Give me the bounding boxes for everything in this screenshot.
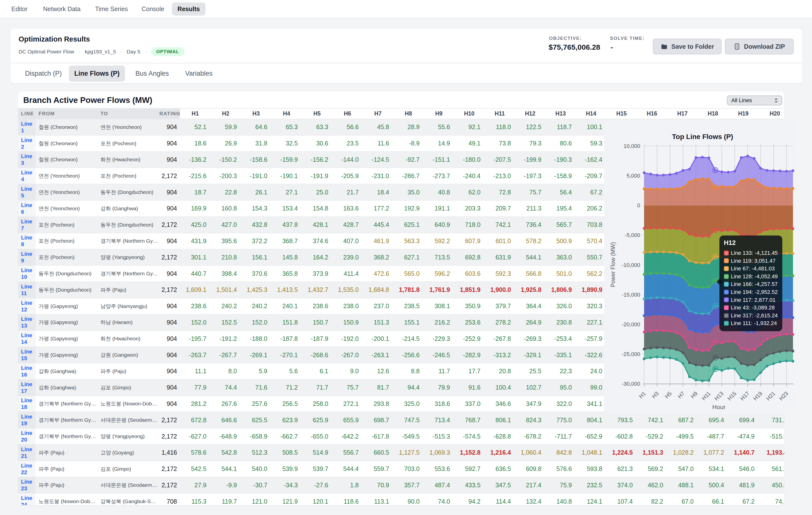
svg-text:H3: H3 xyxy=(650,390,660,400)
svg-text:H23: H23 xyxy=(778,390,789,402)
svg-text:0: 0 xyxy=(637,202,640,209)
svg-text:H5: H5 xyxy=(664,390,673,400)
svg-text:-25,000: -25,000 xyxy=(621,351,640,357)
svg-text:5,000: 5,000 xyxy=(627,173,640,179)
svg-text:H1: H1 xyxy=(638,390,647,400)
svg-text:H17: H17 xyxy=(739,390,751,402)
svg-text:H13: H13 xyxy=(713,390,725,402)
svg-text:H19: H19 xyxy=(752,390,763,402)
svg-text:-5,000: -5,000 xyxy=(625,232,640,238)
svg-text:-30,000: -30,000 xyxy=(621,381,640,387)
svg-text:-10,000: -10,000 xyxy=(621,262,640,268)
svg-text:-15,000: -15,000 xyxy=(621,292,640,298)
svg-text:Power Flow (MW): Power Flow (MW) xyxy=(610,242,616,287)
svg-text:Top Line Flows (P): Top Line Flows (P) xyxy=(672,133,733,141)
svg-text:H9: H9 xyxy=(690,390,699,400)
svg-text:H11: H11 xyxy=(701,390,712,401)
svg-text:10,000: 10,000 xyxy=(624,143,640,149)
svg-text:H7: H7 xyxy=(676,390,686,400)
svg-text:-20,000: -20,000 xyxy=(621,321,640,328)
svg-text:H15: H15 xyxy=(726,390,737,402)
svg-text:H21: H21 xyxy=(765,390,776,402)
svg-text:Hour: Hour xyxy=(712,404,725,411)
